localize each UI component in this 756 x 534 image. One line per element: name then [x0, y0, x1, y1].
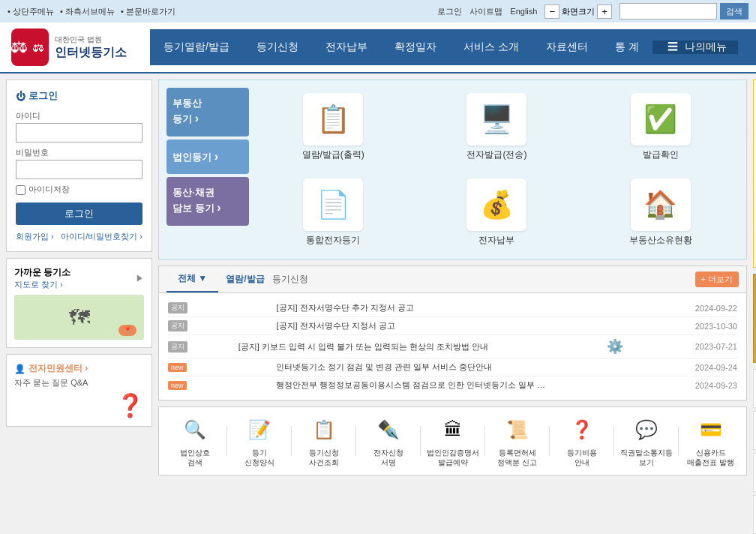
quick-guide-box[interactable]: 인터넷등기소간편길잡이 🗺 ⏰: [753, 274, 756, 363]
shortcut-label-등록면허세: 등록면허세정액분 신고: [497, 448, 537, 467]
feature-발급확인[interactable]: ✅ 발급확인: [631, 93, 691, 161]
feature-전자납부[interactable]: 💰 전자납부: [466, 178, 526, 247]
shortcut-등기비용안내[interactable]: ❓ 등기비용안내: [554, 415, 610, 467]
nav-item-확정일자[interactable]: 확정일자: [381, 29, 450, 65]
find-account-link[interactable]: 아이디/비밀번호찾기 ›: [61, 231, 142, 242]
login-button[interactable]: 로그인: [16, 202, 142, 225]
logo[interactable]: ⚖ 대한민국 법원 인터넷등기소: [0, 28, 150, 66]
shortcut-icon-신용카드매출전표: 💳: [692, 415, 730, 445]
badge-new-3: new: [168, 363, 187, 372]
skip-main-menu[interactable]: • 상단주메뉴: [8, 7, 54, 16]
my-menu[interactable]: ☰ 나의메뉴: [652, 40, 738, 54]
svg-text:⚖: ⚖: [33, 41, 44, 54]
shortcut-등기신청양식[interactable]: 📝 등기신청양식: [231, 415, 287, 467]
divider7: [614, 426, 614, 456]
notice-tabs: 전체 ▼ 열람/발급 등기신청 + 더보기: [159, 266, 746, 293]
filter-등기신청[interactable]: 등기신청: [272, 273, 308, 286]
pw-input[interactable]: [16, 160, 142, 179]
logo-top: 대한민국 법원: [55, 34, 127, 45]
feature-전자발급[interactable]: 🖥️ 전자발급(전송): [466, 93, 526, 161]
tab-전체[interactable]: 전체 ▼: [166, 266, 218, 292]
shortcut-icon-등기비용안내: ❓: [563, 415, 601, 445]
category-법인등기[interactable]: 법인등기 ›: [166, 140, 249, 174]
shortcut-icon-법인인감: 🏛: [434, 415, 472, 445]
nav-item-통계[interactable]: 통 계: [602, 29, 652, 65]
shortcut-label-등기신청양식: 등기신청양식: [244, 448, 274, 467]
feature-icon-통합전자등기: 📄: [303, 178, 363, 231]
shortcut-icon-등록면허세: 📜: [499, 415, 536, 445]
civil-center-title[interactable]: 👤 전자민원센터 ›: [14, 362, 144, 375]
font-decrease-btn[interactable]: −: [544, 4, 560, 19]
badge-공지-0: 공지: [168, 302, 188, 314]
nav-item-서비스소개[interactable]: 서비스 소개: [450, 29, 532, 65]
shortcut-법인인감증명서발급예약[interactable]: 🏛 법인인감증명서발급예약: [424, 415, 481, 467]
notice-item-0: 공지 [공지] 전자서명수단 추가 지정서 공고 2024-09-22: [168, 299, 737, 317]
category-동산채권담보[interactable]: 동산·채권담보 등기 ›: [166, 177, 249, 226]
notice-date-4: 2024-09-23: [677, 381, 737, 390]
id-input[interactable]: [16, 123, 142, 142]
login-links: 회원가입 › 아이디/비밀번호찾기 ›: [16, 231, 142, 242]
shortcut-label-등기비용안내: 등기비용안내: [567, 448, 597, 467]
notice-date-3: 2024-09-24: [677, 363, 737, 372]
feature-열람발급[interactable]: 📋 열람/발급(출력): [302, 93, 364, 161]
nav-item-전자납부[interactable]: 전자납부: [312, 29, 381, 65]
shortcut-등기신청사건조회[interactable]: 📋 등기신청사건조회: [296, 415, 352, 467]
filter-열람발급[interactable]: 열람/발급: [226, 273, 264, 286]
login-link[interactable]: 로그인: [437, 6, 462, 17]
shortcut-직권말소통지[interactable]: 💬 직권말소통지등보기: [618, 415, 674, 467]
search-button[interactable]: 검색: [720, 3, 748, 20]
map-link[interactable]: 지도로 찾기 ›: [14, 280, 63, 289]
shortcut-신용카드매출전표[interactable]: 💳 신용카드매출전표 발행: [682, 415, 739, 467]
more-button[interactable]: + 더보기: [695, 272, 739, 287]
nav-item-등기신청[interactable]: 등기신청: [243, 29, 312, 65]
remember-checkbox[interactable]: [16, 185, 26, 195]
search-input[interactable]: [620, 3, 717, 20]
right-link-서비스이용시간[interactable]: 🕐 서비스 이용시간 안내 ›: [753, 453, 756, 492]
feature-categories: 부동산등기 › 법인등기 › 동산·채권담보 등기 ›: [166, 88, 249, 251]
pw-label: 비밀번호: [16, 147, 142, 158]
right-link-도로명주소[interactable]: 🏠 도로명주소 안내 ›: [753, 411, 756, 450]
right-link-소액임차인[interactable]: 📄 소액임차인의 범위 안내 ›: [753, 369, 756, 408]
shortcut-icon-전자신청서명: ✒️: [370, 415, 407, 445]
right-sidebar: ⚠️ 인터넷등기소 IP 주소 변경 및 접속불가시조치방법 안내 IP 변경일…: [753, 80, 756, 534]
shortcut-등록면허세[interactable]: 📜 등록면허세정액분 신고: [489, 415, 545, 467]
skip-side-menu[interactable]: • 좌측서브메뉴: [60, 7, 115, 16]
main-container: ⏻ 로그인 아이디 비밀번호 아이디저장 로그인 회원가입 › 아이디/비밀번호…: [0, 74, 756, 534]
feature-통합전자등기[interactable]: 📄 통합전자등기: [303, 178, 363, 247]
badge-공지-2: 공지: [168, 341, 188, 352]
shortcut-전자신청서명[interactable]: ✒️ 전자신청서명: [360, 415, 416, 467]
divider3: [356, 426, 356, 456]
header: ⚖ 대한민국 법원 인터넷등기소 등기열람/발급 등기신청 전자납부 확정일자 …: [0, 22, 756, 74]
sitemap-link[interactable]: 사이트맵: [470, 6, 502, 17]
left-sidebar: ⏻ 로그인 아이디 비밀번호 아이디저장 로그인 회원가입 › 아이디/비밀번호…: [6, 80, 152, 534]
divider: [226, 426, 227, 456]
my-menu-label: 나의메뉴: [685, 40, 727, 54]
nav-item-열람발급[interactable]: 등기열람/발급: [150, 29, 243, 65]
notice-title-4[interactable]: 행정안전부 행정정보공동이용시스템 점검으로 인한 인터넷등기소 일부 …: [276, 380, 591, 391]
shortcut-icon-등기신청사건조회: 📋: [305, 415, 343, 445]
notice-title-2[interactable]: [공지] 키보드 입력 시 입력 불가 또는 입력되는 현상의 조치방법 안내: [238, 341, 554, 352]
id-label: 아이디: [16, 110, 142, 122]
category-부동산등기[interactable]: 부동산등기 ›: [166, 88, 249, 136]
notice-date-2: 2023-07-21: [677, 342, 737, 351]
logo-text: 대한민국 법원 인터넷등기소: [55, 34, 127, 61]
right-link-등기소출입증[interactable]: 🪪 등기소 출입증 신청관리 ›: [753, 495, 756, 534]
nav-item-자료센터[interactable]: 자료센터: [532, 29, 602, 65]
shortcut-법인상호검색[interactable]: 🔍 법인상호검색: [166, 415, 223, 467]
shortcut-label-직권말소통지: 직권말소통지등보기: [620, 448, 673, 467]
skip-content[interactable]: • 본문바로가기: [121, 7, 176, 16]
notice-title-1[interactable]: [공지] 전자서명수단 지정서 공고: [277, 320, 592, 332]
feature-부동산소유현황[interactable]: 🏠 부동산소유현황: [629, 178, 692, 247]
notice-title-0[interactable]: [공지] 전자서명수단 추가 지정서 공고: [277, 302, 592, 314]
feature-icon-발급확인: ✅: [631, 93, 691, 146]
top-bar: • 상단주메뉴 • 좌측서브메뉴 • 본문바로가기 로그인 사이트맵 Engli…: [0, 0, 756, 22]
english-link[interactable]: English: [510, 7, 537, 16]
nearest-office-box: 가까운 등기소 지도로 찾기 › ▶ 🗺 📍: [6, 258, 152, 348]
logo-bottom: 인터넷등기소: [55, 45, 127, 61]
login-box: ⏻ 로그인 아이디 비밀번호 아이디저장 로그인 회원가입 › 아이디/비밀번호…: [6, 80, 152, 252]
feature-label-전자발급: 전자발급(전송): [466, 148, 526, 161]
feature-label-열람: 열람/발급(출력): [302, 148, 364, 161]
notice-title-3[interactable]: 인터넷등기소 정기 점검 및 변경 관련 일부 서비스 중단안내: [276, 362, 591, 373]
signup-link[interactable]: 회원가입 ›: [16, 231, 54, 242]
font-increase-btn[interactable]: +: [597, 4, 612, 19]
